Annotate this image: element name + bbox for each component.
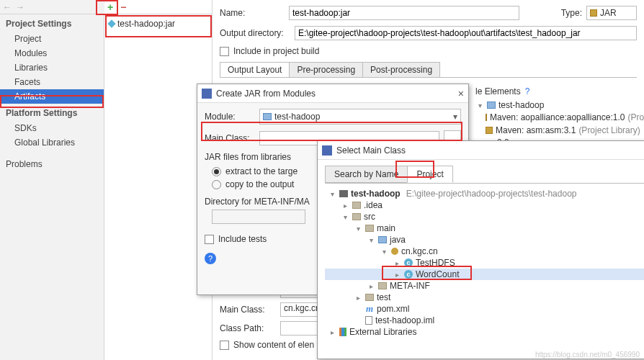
tab-post-processing[interactable]: Post-processing xyxy=(362,62,440,77)
folder-icon xyxy=(352,213,361,220)
close-icon[interactable]: × xyxy=(458,88,464,99)
module-select[interactable]: test-hadoop ▾ xyxy=(259,109,461,125)
tab-pre-processing[interactable]: Pre-processing xyxy=(289,62,363,77)
tree-node-java[interactable]: ▾ java xyxy=(325,234,644,246)
artifact-node-test-hadoop-jar[interactable]: test-hadoop:jar xyxy=(104,14,212,33)
dialog-title-text: Create JAR from Modules xyxy=(216,89,316,99)
available-elements-label: le Elements xyxy=(475,86,521,96)
module-folder-icon xyxy=(263,113,272,120)
library-item-aopalliance[interactable]: Maven: aopalliance:aopalliance:1.0 (Proj… xyxy=(471,111,644,124)
artifact-node-label: test-hadoop:jar xyxy=(117,19,175,29)
dialog-titlebar[interactable]: Create JAR from Modules × xyxy=(197,84,468,103)
file-icon xyxy=(365,316,372,325)
show-content-checkbox[interactable] xyxy=(220,341,229,350)
radio-icon xyxy=(212,180,221,189)
settings-sidebar: Project Settings Project Modules Librari… xyxy=(0,14,104,360)
available-module-label[interactable]: test-hadoop xyxy=(498,100,544,110)
chevron-right-icon[interactable]: ▸ xyxy=(341,202,349,210)
library-icon xyxy=(486,127,493,134)
chevron-down-icon[interactable]: ▾ xyxy=(367,236,375,244)
select-main-class-dialog: Select Main Class × Search by Name Proje… xyxy=(317,140,644,359)
output-directory-input[interactable] xyxy=(295,26,637,40)
project-tree: ▾ test-hadoop E:\gitee-project\hadoop-pr… xyxy=(325,183,644,353)
tab-output-layout[interactable]: Output Layout xyxy=(220,62,290,77)
sidebar-item-facets[interactable]: Facets xyxy=(0,75,104,89)
sidebar-item-problems[interactable]: Problems xyxy=(0,157,104,171)
source-folder-icon xyxy=(378,236,387,243)
tree-node-metainf[interactable]: ▸ META-INF xyxy=(325,280,644,292)
radio-icon xyxy=(212,167,221,176)
tab-project[interactable]: Project xyxy=(407,166,452,183)
dialog2-titlebar[interactable]: Select Main Class × xyxy=(318,141,644,160)
remove-artifact-icon[interactable]: − xyxy=(120,1,126,13)
chevron-right-icon[interactable]: ▸ xyxy=(328,328,336,336)
tree-node-wordcount[interactable]: ▸ c WordCount xyxy=(325,269,644,280)
include-in-build-checkbox[interactable] xyxy=(220,47,229,56)
module-label: Module: xyxy=(205,112,255,122)
chevron-right-icon[interactable]: ▸ xyxy=(393,259,401,267)
folder-icon xyxy=(365,294,374,301)
nav-history-bar: ← → xyxy=(0,0,104,14)
tree-node-idea[interactable]: ▸ .idea xyxy=(325,199,644,211)
back-icon[interactable]: ← xyxy=(3,2,12,12)
artifact-diamond-icon xyxy=(107,19,115,27)
library-item-asm[interactable]: Maven: asm:asm:3.1 (Project Library) xyxy=(471,124,644,137)
add-artifact-icon[interactable]: + xyxy=(107,1,113,13)
tab-search-by-name[interactable]: Search by Name xyxy=(325,166,408,183)
tree-node-root[interactable]: ▾ test-hadoop E:\gitee-project\hadoop-pr… xyxy=(325,188,644,199)
dialog-app-icon xyxy=(322,145,332,156)
platform-settings-heading: Platform Settings xyxy=(0,104,104,121)
dialog-app-icon xyxy=(202,89,212,99)
show-content-label: Show content of elen xyxy=(233,340,314,350)
include-tests-checkbox[interactable] xyxy=(205,235,214,244)
tree-node-external-libraries[interactable]: ▸ External Libraries xyxy=(325,326,644,338)
tree-node-testhdfs[interactable]: ▸ c TestHDFS xyxy=(325,257,644,269)
tree-node-iml[interactable]: ▸ test-hadoop.iml xyxy=(325,315,644,326)
help-icon[interactable]: ? xyxy=(205,253,216,264)
tree-node-pom[interactable]: ▸ m pom.xml xyxy=(325,303,644,315)
external-libraries-icon xyxy=(339,328,346,336)
chevron-down-icon[interactable]: ▾ xyxy=(354,225,362,233)
chevron-down-icon: ▾ xyxy=(453,112,457,122)
sidebar-item-sdks[interactable]: SDKs xyxy=(0,121,104,135)
tree-node-src[interactable]: ▾ src xyxy=(325,211,644,222)
sidebar-item-project[interactable]: Project xyxy=(0,32,104,46)
include-tests-label: Include tests xyxy=(218,234,267,244)
chevron-down-icon[interactable]: ▾ xyxy=(328,190,336,198)
forward-icon[interactable]: → xyxy=(16,2,24,12)
folder-icon xyxy=(378,282,387,289)
outdir-label: Output directory: xyxy=(220,28,290,38)
chevron-right-icon[interactable]: ▸ xyxy=(367,282,375,290)
package-icon xyxy=(391,248,398,255)
tree-node-main[interactable]: ▾ main xyxy=(325,222,644,234)
chevron-down-icon[interactable]: ▾ xyxy=(475,102,484,109)
help-link[interactable]: ? xyxy=(525,86,530,96)
artifact-name-input[interactable] xyxy=(289,6,519,20)
sidebar-item-global-libraries[interactable]: Global Libraries xyxy=(0,135,104,150)
tree-node-package[interactable]: ▾ cn.kgc.cn xyxy=(325,246,644,257)
module-icon xyxy=(487,102,496,109)
folder-icon xyxy=(365,225,374,232)
include-in-build-label: Include in project build xyxy=(233,46,319,56)
library-icon xyxy=(486,114,487,121)
chevron-down-icon[interactable]: ▾ xyxy=(341,213,349,221)
class-icon: c xyxy=(404,270,413,279)
folder-icon xyxy=(352,202,361,209)
artifact-type-value: JAR xyxy=(600,8,617,18)
watermark: https://blog.csdn.net/m0_456990 xyxy=(535,351,640,359)
dialog2-title-text: Select Main Class xyxy=(336,145,406,156)
artifact-type-select[interactable]: JAR xyxy=(586,6,637,20)
name-label: Name: xyxy=(220,8,285,18)
chevron-right-icon[interactable]: ▸ xyxy=(354,294,362,302)
metainf-dir-input[interactable] xyxy=(212,210,305,224)
module-select-value: test-hadoop xyxy=(274,112,320,122)
chevron-right-icon[interactable]: ▸ xyxy=(393,271,401,279)
sidebar-item-libraries[interactable]: Libraries xyxy=(0,60,104,75)
chevron-down-icon[interactable]: ▾ xyxy=(380,248,388,256)
sidebar-item-modules[interactable]: Modules xyxy=(0,46,104,60)
class-path-label: Class Path: xyxy=(220,323,276,333)
tree-node-test[interactable]: ▸ test xyxy=(325,292,644,303)
project-settings-heading: Project Settings xyxy=(0,14,104,32)
sidebar-item-artifacts[interactable]: Artifacts xyxy=(0,89,104,104)
artifact-tabs: Output Layout Pre-processing Post-proces… xyxy=(220,62,637,78)
